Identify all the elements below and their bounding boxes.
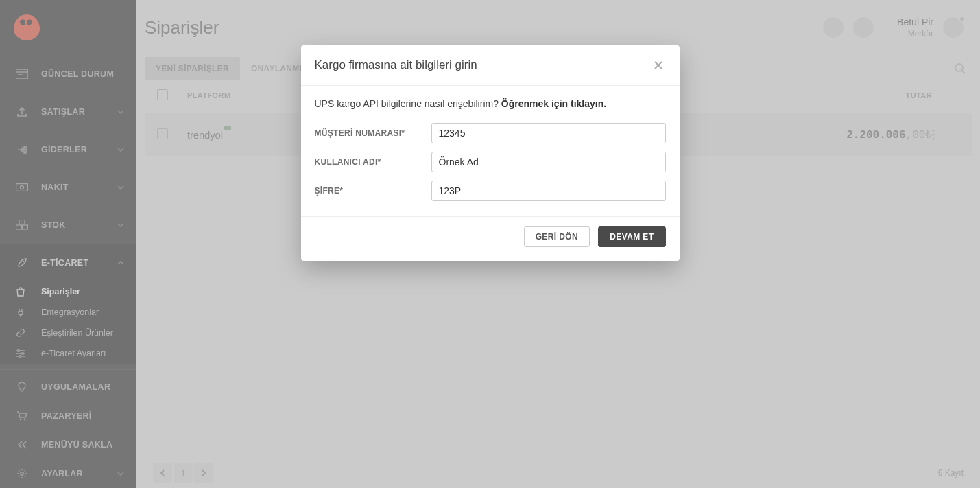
- modal-title: Kargo firmasına ait bilgileri girin: [315, 58, 477, 72]
- api-help-text: UPS kargo API bilgilerine nasıl erişebil…: [315, 98, 666, 109]
- api-help-prefix: UPS kargo API bilgilerine nasıl erişebil…: [315, 98, 501, 109]
- field-label: MÜŞTERİ NUMARASI*: [315, 128, 431, 138]
- username-input[interactable]: [431, 152, 666, 172]
- field-username: KULLANICI ADI*: [315, 152, 666, 172]
- modal-footer: GERİ DÖN DEVAM ET: [301, 216, 680, 261]
- password-input[interactable]: [431, 181, 666, 201]
- customer-no-input[interactable]: [431, 123, 666, 143]
- field-label: KULLANICI ADI*: [315, 157, 431, 167]
- modal-close-button[interactable]: [651, 58, 666, 73]
- api-help-link[interactable]: Öğrenmek için tıklayın.: [501, 98, 606, 109]
- modal: Kargo firmasına ait bilgileri girin UPS …: [301, 45, 680, 261]
- modal-overlay: Kargo firmasına ait bilgileri girin UPS …: [0, 0, 980, 488]
- close-icon: [654, 60, 663, 70]
- back-button[interactable]: GERİ DÖN: [524, 226, 590, 247]
- modal-body: UPS kargo API bilgilerine nasıl erişebil…: [301, 86, 680, 216]
- continue-button[interactable]: DEVAM ET: [598, 226, 665, 247]
- field-label: ŞİFRE*: [315, 186, 431, 196]
- field-customer-no: MÜŞTERİ NUMARASI*: [315, 123, 666, 143]
- field-password: ŞİFRE*: [315, 181, 666, 201]
- modal-header: Kargo firmasına ait bilgileri girin: [301, 45, 680, 86]
